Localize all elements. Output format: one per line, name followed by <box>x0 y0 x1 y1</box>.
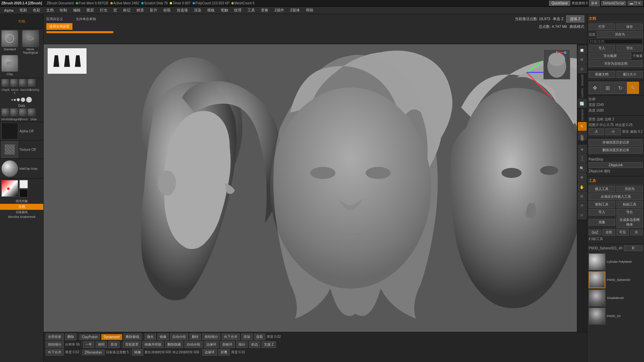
menu-lights[interactable]: 灯光 <box>97 7 110 13</box>
thumb-1-img[interactable] <box>589 253 605 270</box>
camera3-btn[interactable]: 镜像 <box>132 349 143 356</box>
menu-color[interactable]: 色彩 <box>30 7 43 13</box>
menu-prefs[interactable]: 首选项 <box>174 7 191 13</box>
use-global-btn[interactable]: 使用全局设置 <box>46 23 72 30</box>
camera-btn[interactable]: 镜像 <box>157 334 169 340</box>
matcap-ball[interactable] <box>1 160 18 177</box>
clone-btn[interactable]: 克隆 <box>589 219 615 226</box>
edge-loop-btn[interactable]: 边缘环 <box>204 341 219 348</box>
menu-macro[interactable]: 宏 <box>111 7 120 13</box>
open-btn[interactable]: 打开 <box>589 23 615 30</box>
r-btn[interactable]: R <box>624 245 643 251</box>
pinch-brush[interactable] <box>19 108 27 116</box>
panel-loops-btn[interactable]: 面板环 <box>220 341 235 348</box>
flip-btn[interactable]: 翻转 <box>190 334 201 340</box>
export2-btn[interactable]: 导出 <box>616 209 643 216</box>
viewport[interactable] <box>44 44 577 332</box>
half-btn[interactable]: 一半 <box>83 341 94 348</box>
menu-zsphere[interactable]: Z面体 <box>287 7 303 13</box>
paste-tool-btn[interactable]: 粘贴工具 <box>616 201 643 208</box>
by-groups-btn[interactable]: 按组细分 <box>202 334 220 340</box>
delete-hidden-btn[interactable]: 删除隐藏 <box>165 341 183 348</box>
merge-down2-btn[interactable]: 向下合并 <box>46 349 64 356</box>
load-tool-btn[interactable]: 载入工具 <box>589 186 615 192</box>
doc-active-label[interactable]: 文档 <box>0 204 43 210</box>
menu-stroke[interactable]: 笔触 <box>218 7 231 13</box>
menu-texture[interactable]: 纹理 <box>231 7 244 13</box>
menu-material[interactable]: 材质 <box>134 7 147 13</box>
merge-down-btn[interactable]: 向下合并 <box>222 334 240 340</box>
scale-btn[interactable]: ⊞ <box>578 192 587 200</box>
claybuildup-brush[interactable] <box>1 79 9 87</box>
subdivide-btn[interactable]: 按组细分 <box>46 341 64 348</box>
damstandard-brush[interactable] <box>19 79 27 87</box>
menu-transform[interactable]: 变换 <box>258 7 271 13</box>
quick-save-button[interactable]: QuickSave <box>549 1 570 6</box>
white-swatch[interactable] <box>19 180 28 188</box>
all-goz-btn[interactable]: 全部 <box>602 229 615 236</box>
save-btn[interactable]: 保存 <box>616 23 643 30</box>
from-doc-btn[interactable]: 从项目文件载入工具 <box>589 193 643 200</box>
project-all-btn[interactable]: 全部投射 <box>46 334 64 340</box>
r-goz-btn[interactable]: R <box>630 230 643 235</box>
rotate-btn[interactable]: ↻ <box>578 201 587 210</box>
alpha-off-preview[interactable] <box>1 123 18 139</box>
menu-alpha[interactable]: Alpha <box>1 8 16 13</box>
window-size-btn[interactable]: 窗口大小 <box>616 71 643 78</box>
save-auto-btn[interactable]: 另存为启动文档 <box>589 60 643 67</box>
trimdynamic-brush[interactable] <box>28 79 36 87</box>
seam-merge-btn[interactable]: 镜像并焊接 <box>142 341 164 348</box>
menu-help[interactable]: 帮助 <box>303 7 316 13</box>
sculpt-btn[interactable]: ✎ <box>578 122 587 131</box>
clay-polish-btn[interactable]: ClayPolish <box>79 334 100 340</box>
menu-mark[interactable]: 标记 <box>120 7 133 13</box>
delete-btn[interactable]: 删除 <box>65 334 76 340</box>
flat-shade-btn[interactable]: 背面遮罩 <box>123 341 141 348</box>
black-swatch[interactable] <box>19 189 28 197</box>
menu-tool[interactable]: 工具 <box>245 7 258 13</box>
dynamic-btn[interactable]: 🔄 <box>578 99 587 108</box>
menu-draw[interactable]: 绘制 <box>57 7 70 13</box>
menu-pick[interactable]: 拾取 <box>161 7 173 13</box>
delete-depth-btn[interactable]: 删除深度历史记录 <box>589 147 643 154</box>
thumb-4-img[interactable] <box>589 308 605 324</box>
menu-template[interactable]: 模板 <box>205 7 217 13</box>
search-btn[interactable]: 🔍 <box>578 164 587 172</box>
new-doc-btn[interactable]: 新建文档 <box>589 71 615 78</box>
copy-tool-btn[interactable]: 复制工具 <box>589 201 615 208</box>
split-btn[interactable]: ⊕ <box>578 131 587 140</box>
zoom2d-btn[interactable]: 🔲 <box>578 46 587 54</box>
move-topo-brush[interactable]: Move Topological <box>19 30 42 54</box>
zapplink-btn[interactable]: ZAppLink <box>589 162 643 168</box>
menu-zplugin[interactable]: Z插件 <box>272 7 287 13</box>
delete-high-btn[interactable]: 删除极端 <box>123 334 142 340</box>
menu-movie[interactable]: 影片 <box>147 7 160 13</box>
tool-move[interactable]: ✥ <box>589 82 601 94</box>
ac50-btn[interactable]: ◎ <box>578 64 587 73</box>
support-z-btn[interactable]: 支援 Z <box>262 341 276 348</box>
goz-btn[interactable]: GoZ <box>589 230 601 235</box>
window-controls[interactable]: ▬ ❐ ✕ <box>628 1 643 6</box>
bevel-btn[interactable]: 斜边 <box>249 341 260 348</box>
edge-loop2-btn[interactable]: 边缘环 <box>202 349 217 356</box>
import-btn[interactable]: 导入 <box>589 45 615 52</box>
hpolish-brush[interactable] <box>1 108 9 116</box>
menu-brush[interactable]: 笔刷 <box>17 7 30 13</box>
solo-btn[interactable]: ◈ <box>578 145 587 154</box>
color-picker[interactable] <box>1 180 18 197</box>
menu-layers[interactable]: 图层 <box>84 7 97 13</box>
standard-brush[interactable]: Standard <box>1 30 18 54</box>
thumb-3-img[interactable] <box>589 290 605 306</box>
script-button[interactable]: DefaultZScript <box>601 1 626 6</box>
visible-goz-btn[interactable]: 可见 <box>616 229 629 236</box>
dynamesh-btn[interactable]: Dynamesh <box>101 334 122 340</box>
move-btn[interactable]: ✥ <box>578 173 587 182</box>
tool-rotate[interactable]: ↻ <box>614 82 626 94</box>
connect-z-button[interactable]: 连续 Z <box>566 15 584 22</box>
doc-field-input[interactable] <box>589 39 643 44</box>
auto-sub2-btn[interactable]: 自动分组 <box>184 341 203 348</box>
auto-sub-btn[interactable]: 自动分组 <box>170 334 188 340</box>
double-btn[interactable]: 双倍 <box>108 341 120 348</box>
zoom100-btn[interactable]: ⊞ <box>578 55 587 64</box>
save-as-btn[interactable]: 另存为 <box>597 31 643 38</box>
